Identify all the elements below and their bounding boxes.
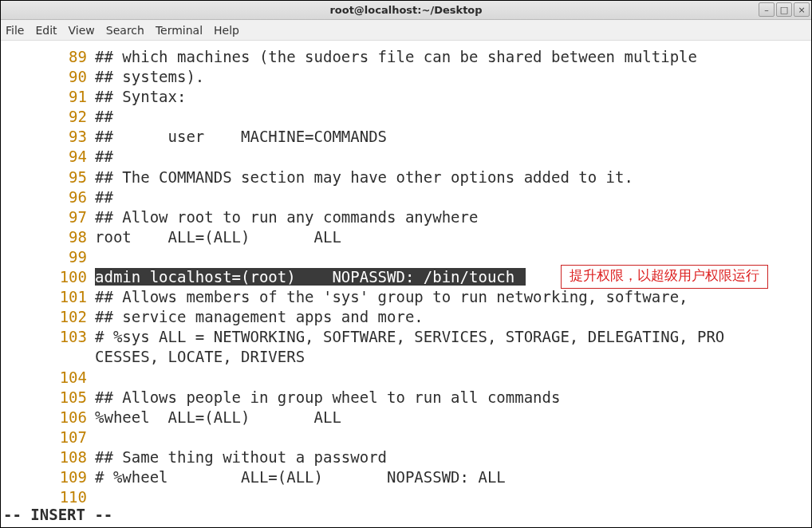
menu-edit[interactable]: Edit — [35, 24, 57, 37]
menu-help[interactable]: Help — [214, 24, 239, 37]
code-line: 90## systems). — [1, 67, 811, 87]
line-number: 102 — [1, 307, 95, 327]
window-controls: – □ × — [759, 2, 810, 17]
code-line: 104 — [1, 368, 811, 388]
code-line: 97## Allow root to run any commands anyw… — [1, 207, 811, 227]
line-text: ## Allows members of the 'sys' group to … — [95, 287, 688, 307]
code-line: 95## The COMMANDS section may have other… — [1, 167, 811, 187]
line-number: 98 — [1, 227, 95, 247]
line-text: ## — [95, 107, 113, 127]
line-text: ## which machines (the sudoers file can … — [95, 47, 697, 67]
code-line: 105## Allows people in group wheel to ru… — [1, 388, 811, 408]
line-number: 108 — [1, 447, 95, 467]
code-line: 89## which machines (the sudoers file ca… — [1, 47, 811, 67]
code-line: 98root ALL=(ALL) ALL — [1, 227, 811, 247]
line-text: ## — [95, 147, 113, 167]
line-number: 91 — [1, 87, 95, 107]
window-title: root@localhost:~/Desktop — [329, 4, 482, 16]
line-text: ## Allows people in group wheel to run a… — [95, 388, 560, 408]
line-number: 104 — [1, 368, 95, 388]
minimize-icon: – — [764, 5, 769, 15]
code-line: 94## — [1, 147, 811, 167]
code-line: 96## — [1, 187, 811, 207]
line-number: 101 — [1, 287, 95, 307]
line-number: 99 — [1, 247, 95, 267]
line-number: 106 — [1, 408, 95, 428]
line-number: 90 — [1, 67, 95, 87]
line-number: 95 — [1, 167, 95, 187]
maximize-button[interactable]: □ — [776, 2, 792, 17]
line-text: %wheel ALL=(ALL) ALL — [95, 408, 341, 428]
line-text: ## — [95, 187, 113, 207]
line-number: 107 — [1, 428, 95, 447]
line-text: ## Syntax: — [95, 87, 186, 107]
code-line: 103# %sys ALL = NETWORKING, SOFTWARE, SE… — [1, 327, 811, 347]
code-line: 100admin localhost=(root) NOPASSWD: /bin… — [1, 267, 811, 287]
line-number: 105 — [1, 388, 95, 408]
menu-view[interactable]: View — [69, 24, 95, 37]
line-text: CESSES, LOCATE, DRIVERS — [95, 347, 305, 367]
line-text: ## The COMMANDS section may have other o… — [95, 167, 633, 187]
code-line: 110 — [1, 487, 811, 507]
code-line: 101## Allows members of the 'sys' group … — [1, 287, 811, 307]
line-number: 96 — [1, 187, 95, 207]
menu-search[interactable]: Search — [106, 24, 144, 37]
menu-bar: File Edit View Search Terminal Help — [1, 20, 811, 41]
menu-terminal[interactable]: Terminal — [156, 24, 203, 37]
line-text: root ALL=(ALL) ALL — [95, 227, 341, 247]
line-number: 89 — [1, 47, 95, 67]
minimize-button[interactable]: – — [759, 2, 775, 17]
menu-file[interactable]: File — [6, 24, 24, 37]
code-line: 92## — [1, 107, 811, 127]
line-number: 97 — [1, 207, 95, 227]
line-number: 93 — [1, 127, 95, 147]
line-text: ## systems). — [95, 67, 204, 87]
line-number: 109 — [1, 467, 95, 487]
line-text: ## Allow root to run any commands anywhe… — [95, 207, 478, 227]
code-line: 108## Same thing without a password — [1, 447, 811, 467]
line-text: ## service management apps and more. — [95, 307, 424, 327]
line-text: ## Same thing without a password — [95, 447, 387, 467]
code-line: 109# %wheel ALL=(ALL) NOPASSWD: ALL — [1, 467, 811, 487]
line-text: # %sys ALL = NETWORKING, SOFTWARE, SERVI… — [95, 327, 724, 347]
line-number: 94 — [1, 147, 95, 167]
code-line: 93## user MACHINE=COMMANDS — [1, 127, 811, 147]
line-number: 110 — [1, 487, 95, 507]
close-icon: × — [798, 5, 805, 15]
maximize-icon: □ — [780, 5, 788, 15]
highlighted-text: admin localhost=(root) NOPASSWD: /bin/to… — [95, 268, 526, 286]
editor-area[interactable]: 89## which machines (the sudoers file ca… — [1, 41, 811, 507]
code-line: 91## Syntax: — [1, 87, 811, 107]
line-text: ## user MACHINE=COMMANDS — [95, 127, 387, 147]
vim-status-line: -- INSERT -- — [3, 506, 112, 523]
line-number — [1, 347, 95, 367]
line-text: # %wheel ALL=(ALL) NOPASSWD: ALL — [95, 467, 506, 487]
line-number: 92 — [1, 107, 95, 127]
line-number: 100 — [1, 267, 95, 287]
code-line: 106%wheel ALL=(ALL) ALL — [1, 408, 811, 428]
code-line: 102## service management apps and more. — [1, 307, 811, 327]
code-line: 107 — [1, 428, 811, 447]
window-titlebar: root@localhost:~/Desktop – □ × — [1, 1, 811, 20]
code-line: CESSES, LOCATE, DRIVERS — [1, 347, 811, 367]
line-number: 103 — [1, 327, 95, 347]
line-text: admin localhost=(root) NOPASSWD: /bin/to… — [95, 267, 526, 287]
annotation-box: 提升权限，以超级用户权限运行 — [561, 265, 768, 289]
close-button[interactable]: × — [794, 2, 810, 17]
